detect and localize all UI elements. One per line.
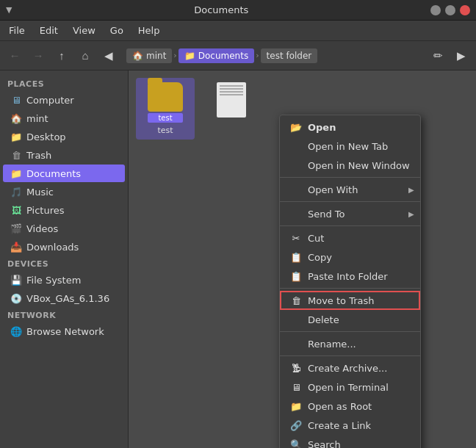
context-menu-label-rename: Rename... <box>308 339 356 350</box>
minimize-button[interactable] <box>430 5 441 15</box>
context-menu-icon-open-new-window <box>290 159 302 171</box>
sidebar-icon: 🖥 <box>10 94 22 106</box>
prev-button[interactable]: ◀ <box>98 46 119 66</box>
context-menu-item-open-new-tab[interactable]: Open in New Tab <box>280 137 420 156</box>
context-menu-icon-open: 📂 <box>290 121 302 133</box>
context-menu-label-paste-into: Paste Into Folder <box>308 271 388 282</box>
sidebar-header-devices: Devices <box>0 256 128 270</box>
sidebar-item-documents[interactable]: 📁Documents <box>3 165 125 182</box>
sidebar-item-label: Trash <box>26 150 51 161</box>
sidebar-item-label: Desktop <box>26 131 66 142</box>
context-menu-icon-open-terminal: 🖥 <box>290 381 302 393</box>
sidebar-icon: 📥 <box>10 241 22 253</box>
context-menu-item-cut[interactable]: ✂Cut <box>280 228 420 248</box>
toolbar: ← → ↑ ⌂ ◀ 🏠 mint›📁 Documents›test folder… <box>0 41 476 71</box>
breadcrumb-separator: › <box>256 51 259 60</box>
main-layout: Places🖥Computer🏠mint📁Desktop🗑Trash📁Docum… <box>0 71 476 448</box>
menu-item-file[interactable]: File <box>3 23 31 38</box>
sidebar-item-file-system[interactable]: 💾File System <box>3 271 125 289</box>
file-item-doc[interactable] <box>202 78 261 140</box>
sidebar-item-computer[interactable]: 🖥Computer <box>3 91 125 109</box>
sidebar-item-browse-network[interactable]: 🌐Browse Network <box>3 322 125 340</box>
context-menu-label-move-to-trash: Move to Trash <box>308 295 375 306</box>
context-menu-item-rename[interactable]: Rename... <box>280 334 420 353</box>
sidebar-item-label: Browse Network <box>26 326 104 337</box>
edit-button[interactable]: ✏ <box>428 46 448 66</box>
context-menu-label-open-new-window: Open in New Window <box>308 160 410 171</box>
window-controls <box>430 5 470 15</box>
context-menu-icon-rename <box>290 338 302 350</box>
sidebar-item-vbox_gas_6.1.36[interactable]: 💿VBox_GAs_6.1.36 <box>3 289 125 307</box>
context-menu-label-delete: Delete <box>308 314 339 325</box>
context-menu-item-open-with[interactable]: Open With <box>280 180 420 199</box>
context-menu-item-open-new-window[interactable]: Open in New Window <box>280 156 420 175</box>
sidebar-item-label: Documents <box>26 168 81 179</box>
doc-icon <box>217 82 246 118</box>
window-menu-icon[interactable]: ▼ <box>6 5 12 15</box>
context-menu-item-send-to[interactable]: Send To <box>280 204 420 223</box>
context-menu-label-open-new-tab: Open in New Tab <box>308 141 388 152</box>
file-item-test[interactable]: test test <box>136 78 195 140</box>
context-menu-icon-search: 🔍 <box>290 438 302 448</box>
menu-item-go[interactable]: Go <box>104 23 129 38</box>
context-menu-item-paste-into[interactable]: 📋Paste Into Folder <box>280 267 420 286</box>
context-menu-icon-move-to-trash: 🗑 <box>290 295 302 306</box>
context-menu-item-delete[interactable]: Delete <box>280 310 420 329</box>
context-menu-icon-create-archive: 🗜 <box>290 362 302 374</box>
close-button[interactable] <box>460 5 470 15</box>
context-menu-separator <box>280 201 420 202</box>
menu-item-view[interactable]: View <box>67 23 101 38</box>
sidebar-header-network: Network <box>0 308 128 322</box>
sidebar-icon: 💾 <box>10 274 22 286</box>
sidebar-icon: 📁 <box>10 167 22 179</box>
next-button[interactable]: ▶ <box>451 46 472 66</box>
context-menu-label-copy: Copy <box>308 252 332 263</box>
context-menu-separator <box>280 177 420 178</box>
window-title: Documents <box>12 4 430 15</box>
breadcrumb-item-test-folder[interactable]: test folder <box>261 48 318 63</box>
breadcrumb-separator: › <box>173 51 176 60</box>
up-button[interactable]: ↑ <box>51 46 72 66</box>
context-menu-icon-copy: 📋 <box>290 251 302 263</box>
sidebar-item-trash[interactable]: 🗑Trash <box>3 146 125 164</box>
context-menu-label-create-link: Create a Link <box>308 420 371 431</box>
sidebar-item-label: Videos <box>26 223 58 234</box>
context-menu-icon-create-link: 🔗 <box>290 419 302 431</box>
breadcrumb-item-documents[interactable]: 📁 Documents <box>178 48 254 63</box>
sidebar-item-desktop[interactable]: 📁Desktop <box>3 128 125 145</box>
context-menu-item-search[interactable]: 🔍Search <box>280 435 420 448</box>
context-menu-label-cut: Cut <box>308 233 324 244</box>
file-area[interactable]: test test 📂OpenOpen in New TabOpen in Ne… <box>129 71 476 448</box>
back-button[interactable]: ← <box>4 46 25 66</box>
forward-button[interactable]: → <box>28 46 48 66</box>
sidebar-item-pictures[interactable]: 🖼Pictures <box>3 201 125 219</box>
context-menu: 📂OpenOpen in New TabOpen in New WindowOp… <box>279 115 421 448</box>
title-bar: ▼ Documents <box>0 0 476 21</box>
sidebar-icon: 💿 <box>10 292 22 304</box>
sidebar-item-music[interactable]: 🎵Music <box>3 183 125 200</box>
sidebar-icon: 🏠 <box>10 112 22 124</box>
maximize-button[interactable] <box>445 5 455 15</box>
menu-item-edit[interactable]: Edit <box>34 23 64 38</box>
context-menu-icon-send-to <box>290 208 302 220</box>
context-menu-item-open-root[interactable]: 📁Open as Root <box>280 397 420 416</box>
sidebar-item-downloads[interactable]: 📥Downloads <box>3 238 125 256</box>
sidebar-item-mint[interactable]: 🏠mint <box>3 109 125 127</box>
context-menu-icon-open-new-tab <box>290 140 302 152</box>
context-menu-icon-cut: ✂ <box>290 232 302 244</box>
sidebar-item-label: VBox_GAs_6.1.36 <box>26 293 109 304</box>
sidebar-item-videos[interactable]: 🎬Videos <box>3 220 125 237</box>
context-menu-label-open-with: Open With <box>308 184 358 195</box>
context-menu-item-open[interactable]: 📂Open <box>280 118 420 137</box>
context-menu-item-create-archive[interactable]: 🗜Create Archive... <box>280 358 420 377</box>
breadcrumb-item-mint[interactable]: 🏠 mint <box>126 48 172 63</box>
context-menu-item-copy[interactable]: 📋Copy <box>280 248 420 267</box>
menu-item-help[interactable]: Help <box>132 23 166 38</box>
context-menu-item-create-link[interactable]: 🔗Create a Link <box>280 416 420 435</box>
sidebar-item-label: Music <box>26 187 54 198</box>
context-menu-item-move-to-trash[interactable]: 🗑Move to Trash <box>280 291 420 310</box>
context-menu-label-search: Search <box>308 439 341 449</box>
context-menu-label-open: Open <box>308 122 336 133</box>
context-menu-item-open-terminal[interactable]: 🖥Open in Terminal <box>280 377 420 397</box>
home-button[interactable]: ⌂ <box>75 46 95 66</box>
